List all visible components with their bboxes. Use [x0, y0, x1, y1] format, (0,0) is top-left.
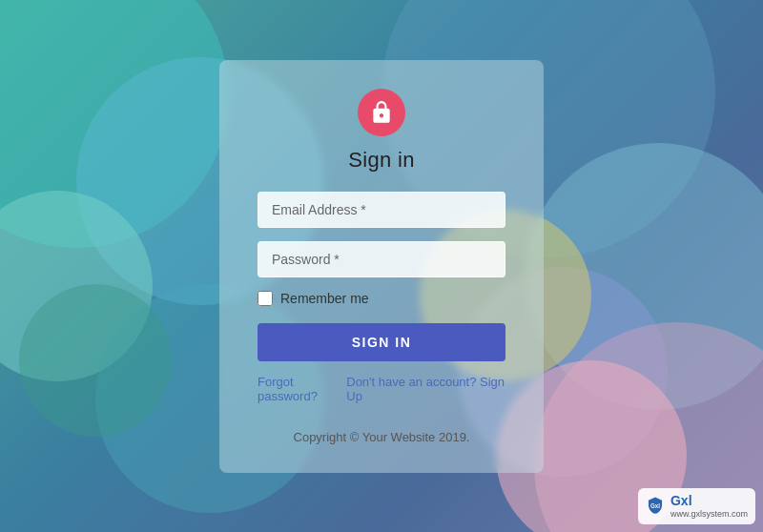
watermark: Gxl Gxl www.gxlsystem.com	[638, 488, 755, 524]
copyright-text: Copyright © Your Website 2019.	[294, 430, 470, 444]
lock-icon-container	[358, 89, 405, 136]
page-title: Sign in	[348, 148, 414, 173]
card-wrapper: Sign in Remember me SIGN IN Forgot passw…	[0, 0, 763, 532]
remember-me-row: Remember me	[258, 291, 505, 306]
watermark-info: Gxl www.gxlsystem.com	[670, 492, 748, 521]
watermark-site: www.gxlsystem.com	[670, 509, 748, 521]
forgot-password-link[interactable]: Forgot password?	[258, 375, 346, 403]
watermark-brand: Gxl	[670, 492, 748, 509]
signin-card: Sign in Remember me SIGN IN Forgot passw…	[219, 60, 544, 473]
sign-in-button[interactable]: SIGN IN	[258, 323, 505, 361]
lock-icon	[369, 100, 394, 125]
watermark-shield-icon: Gxl	[646, 496, 665, 517]
remember-me-checkbox[interactable]	[258, 291, 273, 306]
email-field[interactable]	[258, 192, 505, 228]
signup-link[interactable]: Don't have an account? Sign Up	[346, 375, 505, 403]
remember-me-label[interactable]: Remember me	[280, 291, 369, 306]
password-field[interactable]	[258, 241, 505, 277]
svg-text:Gxl: Gxl	[650, 502, 660, 509]
links-row: Forgot password? Don't have an account? …	[258, 375, 505, 403]
